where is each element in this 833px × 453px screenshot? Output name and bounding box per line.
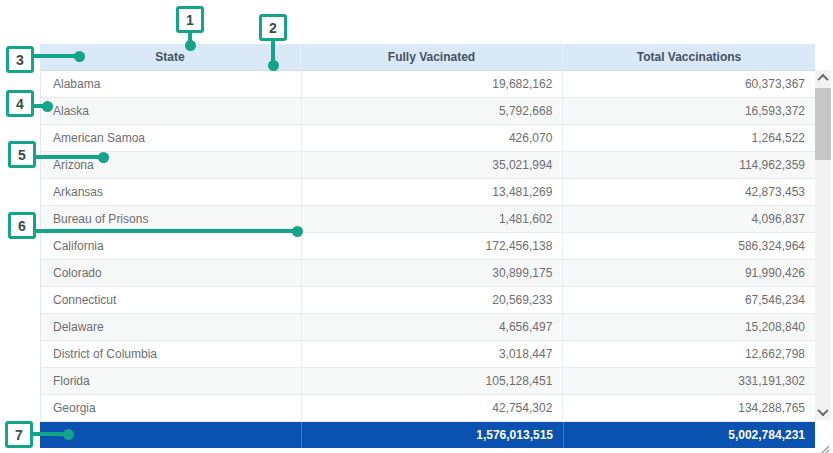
- total-vaccinations-cell: 4,096,837: [563, 206, 815, 232]
- summary-empty-cell: [40, 422, 301, 448]
- summary-fully-vaccinated: 1,576,013,515: [301, 422, 563, 448]
- table-row[interactable]: Colorado 30,899,175 91,990,426: [41, 260, 815, 287]
- table-row[interactable]: Delaware 4,656,497 15,208,840: [41, 314, 815, 341]
- annotation-marker-6: 6: [8, 212, 36, 239]
- total-vaccinations-cell: 16,593,372: [563, 98, 815, 124]
- fully-vaccinated-cell: 13,481,269: [302, 179, 564, 205]
- annotation-line-7: [33, 432, 67, 436]
- fully-vaccinated-cell: 172,456,138: [302, 233, 564, 259]
- fully-vaccinated-cell: 42,754,302: [302, 395, 564, 421]
- chevron-down-icon: [817, 405, 828, 416]
- scrollbar-thumb[interactable]: [815, 88, 831, 160]
- table-header-row: State Fully Vacinated Total Vaccinations: [40, 44, 815, 71]
- summary-row: 1,576,013,515 5,002,784,231: [40, 422, 815, 448]
- state-cell: American Samoa: [41, 125, 302, 151]
- chevron-up-icon: [817, 74, 828, 85]
- state-cell: California: [41, 233, 302, 259]
- annotation-marker-3: 3: [6, 46, 34, 73]
- total-vaccinations-cell: 42,873,453: [563, 179, 815, 205]
- annotation-label: 4: [16, 96, 24, 112]
- annotation-dot-2: [268, 60, 279, 71]
- table-body: Alabama 19,682,162 60,373,367 Alaska 5,7…: [40, 71, 815, 422]
- total-vaccinations-cell: 134,288,765: [563, 395, 815, 421]
- table-row[interactable]: American Samoa 426,070 1,264,522: [41, 125, 815, 152]
- fully-vaccinated-cell: 5,792,668: [302, 98, 564, 124]
- fully-vaccinated-cell: 30,899,175: [302, 260, 564, 286]
- state-cell: Alaska: [41, 98, 302, 124]
- annotation-line-5: [36, 155, 102, 159]
- state-cell: Delaware: [41, 314, 302, 340]
- annotation-dot-5: [98, 152, 109, 163]
- table-row[interactable]: Arkansas 13,481,269 42,873,453: [41, 179, 815, 206]
- fully-vaccinated-cell: 35,021,994: [302, 152, 564, 178]
- annotation-label: 7: [15, 427, 23, 443]
- annotation-label: 1: [186, 12, 194, 28]
- state-cell: Georgia: [41, 395, 302, 421]
- total-vaccinations-cell: 586,324,964: [563, 233, 815, 259]
- fully-vaccinated-cell: 19,682,162: [302, 71, 564, 97]
- state-cell: Connecticut: [41, 287, 302, 313]
- annotation-label: 2: [269, 20, 277, 36]
- state-cell: Florida: [41, 368, 302, 394]
- annotation-label: 5: [18, 147, 26, 163]
- summary-total-vaccinations: 5,002,784,231: [563, 422, 815, 448]
- annotation-line-3: [34, 54, 78, 58]
- fully-vaccinated-cell: 20,569,233: [302, 287, 564, 313]
- table-row[interactable]: Arizona 35,021,994 114,962,359: [41, 152, 815, 179]
- column-header-total-vaccinations[interactable]: Total Vaccinations: [563, 44, 815, 70]
- vertical-scrollbar[interactable]: [815, 70, 831, 420]
- table-row[interactable]: Georgia 42,754,302 134,288,765: [41, 395, 815, 422]
- total-vaccinations-cell: 114,962,359: [563, 152, 815, 178]
- fully-vaccinated-cell: 1,481,602: [302, 206, 564, 232]
- state-cell: Alabama: [41, 71, 302, 97]
- table-row[interactable]: Connecticut 20,569,233 67,546,234: [41, 287, 815, 314]
- column-header-fully-vaccinated[interactable]: Fully Vacinated: [301, 44, 563, 70]
- table-row[interactable]: Alaska 5,792,668 16,593,372: [41, 98, 815, 125]
- table-row[interactable]: California 172,456,138 586,324,964: [41, 233, 815, 260]
- annotation-marker-4: 4: [6, 90, 34, 117]
- annotation-dot-7: [63, 429, 74, 440]
- annotation-label: 6: [18, 218, 26, 234]
- fully-vaccinated-cell: 105,128,451: [302, 368, 564, 394]
- annotation-dot-1: [185, 40, 196, 51]
- table-row[interactable]: District of Columbia 3,018,447 12,662,79…: [41, 341, 815, 368]
- table-row[interactable]: Alabama 19,682,162 60,373,367: [41, 71, 815, 98]
- fully-vaccinated-cell: 3,018,447: [302, 341, 564, 367]
- total-vaccinations-cell: 331,191,302: [563, 368, 815, 394]
- annotation-marker-1: 1: [176, 6, 204, 33]
- total-vaccinations-cell: 1,264,522: [563, 125, 815, 151]
- state-cell: Colorado: [41, 260, 302, 286]
- total-vaccinations-cell: 12,662,798: [563, 341, 815, 367]
- state-cell: District of Columbia: [41, 341, 302, 367]
- total-vaccinations-cell: 60,373,367: [563, 71, 815, 97]
- scrollbar-up-button[interactable]: [815, 70, 831, 86]
- total-vaccinations-cell: 15,208,840: [563, 314, 815, 340]
- annotation-marker-7: 7: [5, 421, 33, 448]
- vaccination-table-widget: State Fully Vacinated Total Vaccinations…: [0, 0, 833, 453]
- scrollbar-down-button[interactable]: [815, 404, 831, 420]
- annotation-line-6: [36, 229, 296, 233]
- state-cell: Arkansas: [41, 179, 302, 205]
- table-row[interactable]: Florida 105,128,451 331,191,302: [41, 368, 815, 395]
- resize-grip-icon[interactable]: [820, 441, 830, 453]
- annotation-label: 3: [16, 52, 24, 68]
- fully-vaccinated-cell: 426,070: [302, 125, 564, 151]
- annotation-dot-3: [74, 51, 85, 62]
- total-vaccinations-cell: 91,990,426: [563, 260, 815, 286]
- annotation-marker-2: 2: [259, 14, 287, 41]
- fully-vaccinated-cell: 4,656,497: [302, 314, 564, 340]
- annotation-dot-6: [292, 226, 303, 237]
- annotation-marker-5: 5: [8, 141, 36, 168]
- data-table: State Fully Vacinated Total Vaccinations…: [40, 44, 815, 422]
- annotation-dot-4: [42, 101, 53, 112]
- total-vaccinations-cell: 67,546,234: [563, 287, 815, 313]
